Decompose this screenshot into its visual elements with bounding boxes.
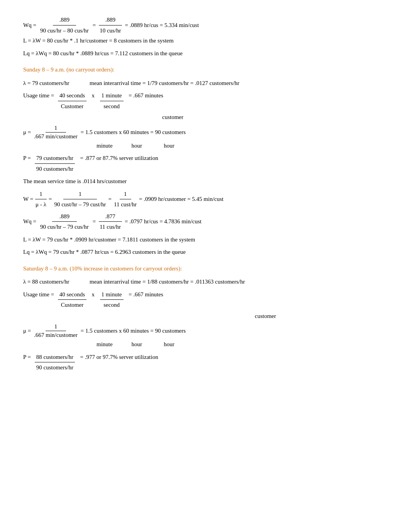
sunday-mu-sub: minute hour hour [97, 141, 387, 150]
saturday-usage-num-2: 1 minute [100, 290, 124, 300]
wq-label: Wq = [23, 21, 36, 30]
wq-denominator: 90 cus/hr – 80 cus/hr [39, 25, 90, 35]
sunday-W-eq2: = [108, 195, 112, 204]
saturday-mu-den: .667 min/customer [32, 331, 79, 338]
saturday-p-den: 90 customers/hr [35, 362, 75, 372]
saturday-p-text: P = [23, 354, 32, 360]
sunday-section: Sunday 8 – 9 a.m. (no carryout orders): … [23, 65, 387, 257]
sunday-W-num2: 1 [63, 190, 97, 200]
saturday-p-line1: P = 88 customers/hr 90 customers/hr = .9… [23, 353, 387, 372]
sunday-usage-num: 40 seconds [58, 91, 86, 101]
sunday-L-line: L = λW = 79 cus/hr * .0909 hr/customer =… [23, 235, 387, 244]
sunday-usage-den-2: second [102, 101, 121, 111]
saturday-usage-num: 40 seconds [58, 290, 86, 300]
wq-result: = .0889 hr/cus = 5.334 min/cust [125, 21, 199, 30]
sunday-wq-frac: .889 90 cus/hr – 79 cus/hr [39, 212, 90, 231]
sunday-mu-line: μ = 1 .667 min/customer = 1.5 customers … [23, 125, 387, 140]
sunday-usage-label: Usage time = [23, 92, 56, 99]
wq-fraction: .889 90 cus/hr – 80 cus/hr [39, 15, 90, 35]
sunday-header: Sunday 8 – 9 a.m. (no carryout orders): [23, 65, 387, 74]
L-line: L = λW = 80 cus/hr * .1 hr/customer = 8 … [23, 36, 387, 45]
sunday-W-line: W = 1 μ - λ = 1 90 cust/hr – 79 cust/hr … [23, 190, 387, 209]
saturday-mu-equals: = 1.5 customers x 60 minutes = 90 custom… [81, 328, 186, 334]
saturday-section: Saturday 8 – 9 a.m. (10% increase in cus… [23, 264, 387, 372]
saturday-mu-label: μ = [23, 328, 31, 334]
wq-equation-line: Wq = .889 90 cus/hr – 80 cus/hr = .889 1… [23, 15, 387, 35]
saturday-usage-block: Usage time = 40 seconds Customer x 1 min… [23, 290, 387, 309]
sunday-wq-result: = .0797 hr/cus = 4.7836 min/cust [125, 217, 202, 226]
sunday-mean-service: The mean service time is .0114 hrs/custo… [23, 177, 387, 186]
sunday-mu-fraction: 1 .667 min/customer [32, 125, 79, 140]
wq-equals-1: = [93, 21, 96, 30]
sunday-W-result: = .0909 hr/customer = 5.45 min/cust [139, 195, 224, 204]
sunday-wq-num: .889 [52, 212, 77, 222]
saturday-p-fraction: 88 customers/hr 90 customers/hr [35, 353, 75, 372]
saturday-usage-customer: customer [255, 312, 387, 321]
sunday-usage-fraction: 40 seconds Customer [58, 91, 86, 110]
saturday-mu-sub: minute hour hour [97, 340, 387, 349]
sunday-usage-x: x [90, 92, 96, 99]
saturday-header: Saturday 8 – 9 a.m. (10% increase in cus… [23, 264, 387, 273]
saturday-usage-den-2: second [102, 300, 121, 309]
sunday-Lq-line: Lq = λWq = 79 cus/hr * .0877 hr/cus = 6.… [23, 248, 387, 257]
sunday-wq-label: Wq = [23, 217, 36, 226]
sunday-p-num: 79 customers/hr [35, 154, 75, 164]
wq-den-2: 10 cus/hr [98, 25, 122, 35]
sunday-p-block: P = 79 customers/hr 90 customers/hr = .8… [23, 154, 387, 173]
sunday-usage-num-2: 1 minute [100, 91, 124, 101]
saturday-usage-x: x [90, 291, 96, 297]
saturday-usage-fraction-2: 1 minute second [100, 290, 124, 309]
saturday-mu-num: 1 [46, 323, 66, 331]
top-wq-section: Wq = .889 90 cus/hr – 80 cus/hr = .889 1… [23, 15, 387, 58]
sunday-wq-den: 90 cus/hr – 79 cus/hr [39, 222, 90, 231]
saturday-p-result: = .977 or 97.7% server utilization [79, 354, 158, 360]
sunday-wq-num2: .877 [99, 212, 122, 222]
sunday-mu-equals: = 1.5 customers x 60 minutes = 90 custom… [81, 129, 186, 136]
sunday-p-line1: P = 79 customers/hr 90 customers/hr = .8… [23, 154, 387, 173]
sunday-p-den: 90 customers/hr [35, 164, 75, 173]
saturday-usage-result: = .667 minutes [127, 291, 163, 297]
saturday-mu-fraction: 1 .667 min/customer [32, 323, 79, 338]
sunday-usage-den: Customer [59, 101, 85, 111]
sunday-mu-den: .667 min/customer [32, 133, 79, 140]
sunday-mu-label: μ = [23, 129, 31, 136]
saturday-lambda-text: λ = 88 customers/hr mean interarrival ti… [23, 279, 245, 285]
sunday-W-label: W = [23, 195, 33, 204]
sunday-usage-fraction-2: 1 minute second [100, 91, 124, 110]
saturday-p-num: 88 customers/hr [35, 353, 75, 363]
saturday-usage-fraction: 40 seconds Customer [58, 290, 86, 309]
saturday-lambda: λ = 88 customers/hr mean interarrival ti… [23, 277, 387, 286]
sunday-usage-result: = .667 minutes [127, 92, 163, 99]
sunday-W-num3: 1 [120, 190, 131, 200]
sunday-W-frac2: 1 90 cust/hr – 79 cust/hr [53, 190, 107, 209]
sunday-p-fraction: 79 customers/hr 90 customers/hr [35, 154, 75, 173]
sunday-W-frac1: 1 μ - λ [35, 190, 47, 209]
saturday-usage-label: Usage time = [23, 291, 56, 297]
sunday-p-text: P = [23, 155, 32, 161]
sunday-W-den3: 11 cust/hr [113, 199, 137, 209]
sunday-W-den2: 90 cust/hr – 79 cust/hr [53, 199, 107, 209]
saturday-p-block: P = 88 customers/hr 90 customers/hr = .9… [23, 353, 387, 372]
wq-fraction-2: .889 10 cus/hr [98, 15, 122, 35]
sunday-W-frac3: 1 11 cust/hr [113, 190, 137, 209]
sunday-lambda-text: λ = 79 customers/hr mean interarrival ti… [23, 80, 239, 86]
sunday-W-num1: 1 [35, 190, 47, 200]
sunday-usage-block: Usage time = 40 seconds Customer x 1 min… [23, 91, 387, 110]
sunday-wq-eq: = [93, 217, 96, 226]
sunday-wq-frac2: .877 11 cus/hr [98, 212, 122, 231]
sunday-p-result: = .877 or 87.7% server utilization [79, 155, 158, 161]
sunday-wq-line: Wq = .889 90 cus/hr – 79 cus/hr = .877 1… [23, 212, 387, 231]
L-text: L = λW = 80 cus/hr * .1 hr/customer = 8 … [23, 37, 174, 44]
Lq-line: Lq = λWq = 80 cus/hr * .0889 hr/cus = 7.… [23, 49, 387, 58]
Lq-text: Lq = λWq = 80 cus/hr * .0889 hr/cus = 7.… [23, 50, 183, 56]
sunday-W-den1: μ - λ [35, 199, 47, 209]
wq-numerator: .889 [53, 15, 76, 25]
saturday-usage-den: Customer [59, 300, 85, 309]
sunday-wq-den2: 11 cus/hr [98, 222, 122, 231]
sunday-lambda: λ = 79 customers/hr mean interarrival ti… [23, 79, 387, 88]
sunday-mu-num: 1 [46, 125, 66, 133]
sunday-W-eq1: = [49, 195, 52, 204]
saturday-mu-line: μ = 1 .667 min/customer = 1.5 customers … [23, 323, 387, 338]
wq-num-2: .889 [99, 15, 122, 25]
sunday-usage-sub: customer [46, 113, 387, 122]
